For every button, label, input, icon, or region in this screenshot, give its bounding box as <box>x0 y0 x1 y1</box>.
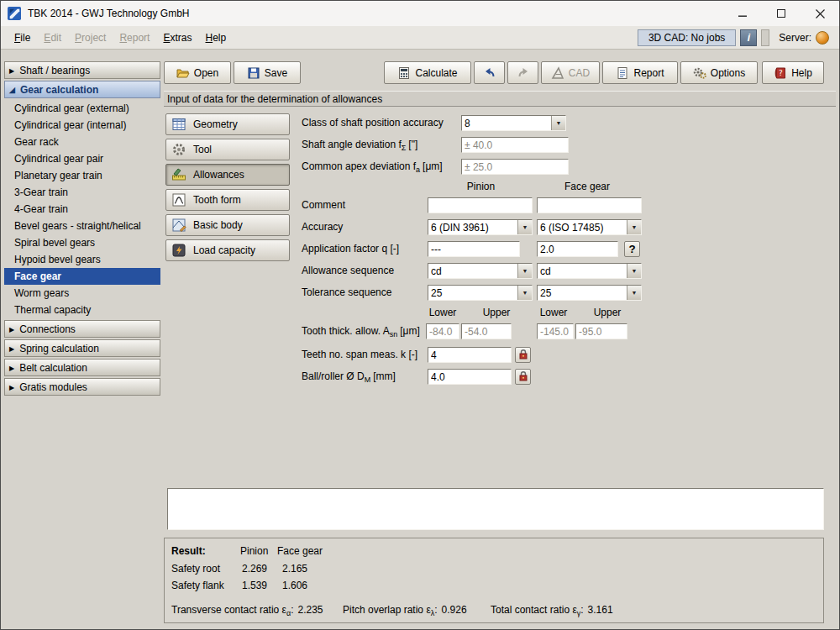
open-button[interactable]: Open <box>164 61 231 84</box>
teeth-span-input[interactable] <box>428 347 512 363</box>
calculate-button[interactable]: Calculate <box>384 61 471 84</box>
menubar-status-area: 3D CAD: No jobs i Server: <box>638 29 832 46</box>
safety-flank-label: Safety flank <box>171 580 224 591</box>
cad-menu-button[interactable] <box>761 29 769 46</box>
sidebar-item-cylindrical-gear-pair[interactable]: Cylindrical gear pair <box>4 150 160 167</box>
safety-root-label: Safety root <box>171 563 220 575</box>
titlebar[interactable]: TBK 2014 - GWJ Technology GmbH <box>1 1 839 26</box>
menu-report[interactable]: Report <box>113 29 156 47</box>
report-button[interactable]: Report <box>602 61 678 84</box>
menu-extras[interactable]: Extras <box>156 29 198 47</box>
accuracy-face-gear-select[interactable]: 6 (ISO 17485) <box>537 219 642 235</box>
sidebar-item-worm-gears[interactable]: Worm gears <box>4 285 160 302</box>
sidebar-section-gratis-modules[interactable]: Gratis modules <box>4 378 160 396</box>
sidebar-item-gear-rack[interactable]: Gear rack <box>4 134 160 150</box>
section-label: Gear calculation <box>20 84 98 96</box>
section-label: Connections <box>19 323 76 335</box>
ball-roller-label: Ball/roller Ø DM[mm] <box>302 370 396 384</box>
sidebar-item-spiral-bevel-gears[interactable]: Spiral bevel gears <box>4 234 160 251</box>
section-title: Input of data for the determination of a… <box>167 93 382 105</box>
application-factor-help-button[interactable]: ? <box>624 241 640 257</box>
sidebar-item-face-gear[interactable]: Face gear <box>4 268 160 285</box>
cad-status-box[interactable]: 3D CAD: No jobs <box>638 29 736 46</box>
geometry-nav-button[interactable]: Geometry <box>165 113 290 135</box>
menu-project[interactable]: Project <box>68 29 113 47</box>
comment-label: Comment <box>302 199 345 211</box>
redo-button[interactable] <box>507 61 538 84</box>
load-capacity-nav-button[interactable]: Load capacity <box>165 239 290 261</box>
menu-help[interactable]: Help <box>198 29 233 47</box>
allowance-sequence-label: Allowance sequence <box>302 265 394 276</box>
common-apex-input <box>461 159 569 175</box>
shaft-angle-label: Shaft angle deviation fΣ["] <box>302 139 417 152</box>
minimize-button[interactable] <box>723 1 762 26</box>
allowance-sequence-face-gear-select[interactable]: cd <box>537 263 642 279</box>
sidebar-section-connections[interactable]: Connections <box>4 320 160 338</box>
teeth-span-lock-button[interactable] <box>515 347 531 363</box>
expand-arrow-icon <box>9 362 14 374</box>
open-folder-icon <box>176 66 190 80</box>
section-label: Shaft / bearings <box>19 65 90 76</box>
class-accuracy-select[interactable]: 8 <box>461 115 566 131</box>
maximize-button[interactable] <box>762 1 801 26</box>
sidebar-item-4-gear-train[interactable]: 4-Gear train <box>4 201 160 218</box>
sidebar-item-hypoid-bevel-gears[interactable]: Hypoid bevel gears <box>4 251 160 268</box>
tooth-form-nav-button[interactable]: Tooth form <box>165 189 290 211</box>
ball-roller-input[interactable] <box>428 369 512 385</box>
section-header: Input of data for the determination of a… <box>164 91 836 107</box>
calculator-icon <box>397 66 411 80</box>
lock-icon <box>518 349 528 362</box>
tooth-thickness-face-upper-input <box>575 323 627 339</box>
menu-edit[interactable]: Edit <box>37 29 68 47</box>
comment-pinion-input[interactable] <box>428 197 533 213</box>
sidebar-item-cylindrical-gear-internal[interactable]: Cylindrical gear (internal) <box>4 117 160 134</box>
cad-info-button[interactable]: i <box>740 29 757 46</box>
expand-arrow-icon <box>9 343 14 354</box>
tool-nav-button[interactable]: Tool <box>165 139 290 160</box>
sidebar-section-spring-calculation[interactable]: Spring calculation <box>4 339 160 357</box>
chevron-down-icon <box>517 264 532 278</box>
open-label: Open <box>194 67 218 79</box>
sidebar-section-belt-calculation[interactable]: Belt calculation <box>4 359 160 376</box>
sidebar-item-planetary-gear-train[interactable]: Planetary gear train <box>4 167 160 184</box>
tool-label: Tool <box>193 144 212 155</box>
help-button[interactable]: ? Help <box>762 61 824 84</box>
pitch-overlap-ratio: Pitch overlap ratio ελ:0.926 <box>343 604 467 617</box>
accuracy-face-gear-value: 6 (ISO 17485) <box>538 222 627 234</box>
sidebar-item-cylindrical-gear-external[interactable]: Cylindrical gear (external) <box>4 100 160 117</box>
app-icon[interactable] <box>8 7 21 20</box>
expand-arrow-icon <box>9 65 14 76</box>
class-accuracy-label: Class of shaft position accuracy <box>302 117 444 129</box>
application-factor-face-gear-input[interactable] <box>537 241 618 257</box>
sidebar-section-gear-calculation[interactable]: Gear calculation <box>4 81 160 98</box>
options-button[interactable]: Options <box>680 61 758 84</box>
accuracy-pinion-select[interactable]: 6 (DIN 3961) <box>428 219 533 235</box>
application-factor-pinion-input[interactable] <box>428 241 520 257</box>
tolerance-sequence-pinion-select[interactable]: 25 <box>428 285 533 301</box>
menu-file[interactable]: File <box>8 29 37 47</box>
close-button[interactable] <box>801 1 839 26</box>
save-button[interactable]: Save <box>234 61 301 84</box>
ball-roller-lock-button[interactable] <box>515 369 531 385</box>
basic-body-nav-button[interactable]: Basic body <box>165 214 290 236</box>
sidebar-section-shaft-bearings[interactable]: Shaft / bearings <box>4 61 160 79</box>
menubar: File Edit Project Report Extras Help 3D … <box>1 26 839 50</box>
cad-icon <box>551 66 564 80</box>
comment-face-gear-input[interactable] <box>537 197 642 213</box>
allowances-nav-button[interactable]: Allowances <box>165 164 290 186</box>
pinion-lower-header: Lower <box>417 307 468 318</box>
sidebar-item-bevel-gears[interactable]: Bevel gears - straight/helical <box>4 218 160 234</box>
allowance-sequence-pinion-select[interactable]: cd <box>428 263 533 279</box>
allowance-sequence-pinion-value: cd <box>428 265 517 277</box>
app-window: TBK 2014 - GWJ Technology GmbH File Edit… <box>0 0 840 630</box>
undo-button[interactable] <box>474 61 505 84</box>
allowances-ruler-icon <box>171 167 186 182</box>
sidebar-item-3-gear-train[interactable]: 3-Gear train <box>4 184 160 201</box>
tolerance-sequence-face-gear-select[interactable]: 25 <box>537 285 642 301</box>
load-capacity-icon <box>171 243 186 258</box>
cad-button[interactable]: CAD <box>541 61 600 84</box>
safety-flank-face-value: 1.606 <box>282 580 307 591</box>
result-pinion-header: Pinion <box>240 545 268 557</box>
window-title: TBK 2014 - GWJ Technology GmbH <box>28 8 190 19</box>
sidebar-item-thermal-capacity[interactable]: Thermal capacity <box>4 302 160 318</box>
